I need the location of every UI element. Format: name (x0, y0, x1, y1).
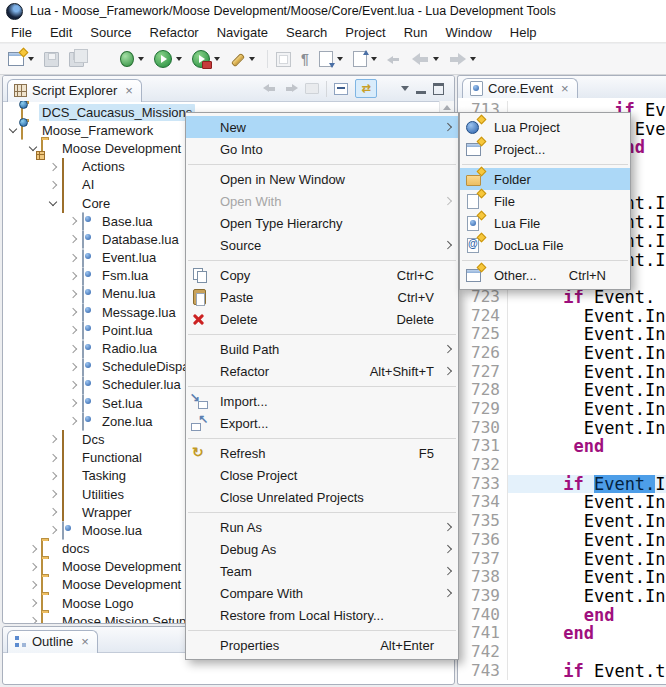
menu-item-export[interactable]: Export... (186, 412, 458, 434)
menu-item-close-project[interactable]: Close Project (186, 464, 458, 486)
menu-item-go-into[interactable]: Go Into (186, 138, 458, 160)
menu-item-restore-from-local-history[interactable]: Restore from Local History... (186, 604, 458, 626)
toggle-mark-occurrences-button[interactable] (276, 52, 291, 67)
chevron-collapsed-icon[interactable] (67, 395, 81, 411)
code-line[interactable]: 724 Event.Ini (458, 307, 666, 326)
code-line[interactable]: 728 Event.Ini (458, 381, 666, 400)
menu-help[interactable]: Help (501, 25, 546, 40)
code-line[interactable]: 729 Event.Ini (458, 400, 666, 419)
save-all-button[interactable] (69, 52, 84, 67)
dropdown-caret-icon[interactable] (214, 57, 220, 61)
menu-run[interactable]: Run (395, 25, 437, 40)
menu-item-new[interactable]: New (186, 116, 458, 138)
code-line[interactable]: 727 Event.Ini (458, 363, 666, 382)
code-line[interactable]: 737 Event.Ini (458, 550, 666, 569)
chevron-collapsed-icon[interactable] (47, 468, 61, 484)
chevron-collapsed-icon[interactable] (67, 341, 81, 357)
go-up-icon[interactable] (305, 83, 319, 94)
code-line[interactable]: 734 Event.Ini (458, 493, 666, 512)
dropdown-caret-icon[interactable] (433, 57, 439, 61)
code-line[interactable]: 740 end (458, 606, 666, 625)
menu-item-open-with[interactable]: Open With (186, 190, 458, 212)
chevron-collapsed-icon[interactable] (47, 177, 61, 193)
menu-item-build-path[interactable]: Build Path (186, 338, 458, 360)
code-line[interactable]: 742 (458, 643, 666, 662)
chevron-collapsed-icon[interactable] (67, 268, 81, 284)
code-line[interactable]: 738 Event.Ini (458, 568, 666, 587)
chevron-collapsed-icon[interactable] (27, 595, 41, 611)
chevron-collapsed-icon[interactable] (47, 450, 61, 466)
chevron-collapsed-icon[interactable] (67, 250, 81, 266)
dropdown-caret-icon[interactable] (337, 57, 343, 61)
chevron-collapsed-icon[interactable] (67, 213, 81, 229)
chevron-collapsed-icon[interactable] (67, 377, 81, 393)
code-line[interactable]: 735 Event.Ini (458, 512, 666, 531)
new-wizard-button[interactable] (8, 52, 34, 66)
chevron-collapsed-icon[interactable] (47, 159, 61, 175)
dropdown-caret-icon[interactable] (249, 57, 255, 61)
dropdown-caret-icon[interactable] (176, 57, 182, 61)
chevron-collapsed-icon[interactable] (47, 504, 61, 520)
menu-item-paste[interactable]: PasteCtrl+V (186, 286, 458, 308)
code-line[interactable]: 723 if Event. (458, 288, 666, 307)
menu-item-project[interactable]: Project... (460, 138, 630, 160)
link-with-editor-icon[interactable]: ⇄ (355, 79, 377, 98)
next-annotation-button[interactable] (319, 51, 343, 67)
menu-file[interactable]: File (2, 25, 41, 40)
tab-script-explorer[interactable]: Script Explorer × (7, 79, 142, 102)
chevron-collapsed-icon[interactable] (27, 613, 41, 623)
menu-project[interactable]: Project (336, 25, 394, 40)
menu-item-team[interactable]: Team (186, 560, 458, 582)
chevron-collapsed-icon[interactable] (27, 541, 41, 557)
code-line[interactable]: 741 end (458, 624, 666, 643)
menu-edit[interactable]: Edit (41, 25, 81, 40)
close-icon[interactable]: × (561, 83, 569, 95)
menu-item-other[interactable]: Other...Ctrl+N (460, 264, 630, 286)
chevron-expanded-icon[interactable] (47, 195, 61, 211)
menu-item-file[interactable]: File (460, 190, 630, 212)
chevron-collapsed-icon[interactable] (67, 286, 81, 302)
menu-item-delete[interactable]: DeleteDelete (186, 308, 458, 330)
last-edit-location-button[interactable] (387, 53, 402, 65)
menu-item-close-unrelated-projects[interactable]: Close Unrelated Projects (186, 486, 458, 508)
debug-button[interactable] (120, 51, 144, 67)
menu-window[interactable]: Window (437, 25, 501, 40)
dropdown-caret-icon[interactable] (470, 57, 476, 61)
menu-item-lua-file[interactable]: Lua File (460, 212, 630, 234)
dropdown-caret-icon[interactable] (371, 57, 377, 61)
minimize-icon[interactable] (416, 91, 426, 94)
chevron-collapsed-icon[interactable] (67, 413, 81, 429)
menu-item-debug-as[interactable]: Debug As (186, 538, 458, 560)
code-line[interactable]: 732 (458, 456, 666, 475)
code-line[interactable]: 736 Event.Ini (458, 531, 666, 550)
code-line[interactable]: 743 if Event.tar (458, 662, 666, 681)
forward-button[interactable] (449, 52, 476, 66)
menu-item-properties[interactable]: PropertiesAlt+Enter (186, 634, 458, 656)
previous-annotation-button[interactable] (353, 51, 377, 67)
chevron-collapsed-icon[interactable] (67, 231, 81, 247)
dropdown-caret-icon[interactable] (138, 57, 144, 61)
menu-item-lua-project[interactable]: Lua Project (460, 116, 630, 138)
code-line[interactable]: 730 Event.Ini (458, 419, 666, 438)
view-menu-icon[interactable] (401, 86, 409, 91)
close-icon[interactable]: × (125, 85, 133, 97)
menu-item-refactor[interactable]: RefactorAlt+Shift+T (186, 360, 458, 382)
menu-item-source[interactable]: Source (186, 234, 458, 256)
code-line[interactable]: 733 if Event.Ini (458, 475, 666, 494)
code-line[interactable]: 725 Event.Ini (458, 325, 666, 344)
chevron-collapsed-icon[interactable] (67, 304, 81, 320)
scroll-up-icon[interactable] (443, 105, 451, 110)
run-history-button[interactable] (192, 50, 220, 68)
view-back-icon[interactable] (263, 83, 277, 94)
run-button[interactable] (154, 50, 182, 68)
tab-outline[interactable]: Outline × (7, 630, 98, 653)
menu-item-compare-with[interactable]: Compare With (186, 582, 458, 604)
menu-item-open-type-hierarchy[interactable]: Open Type Hierarchy (186, 212, 458, 234)
menu-item-run-as[interactable]: Run As (186, 516, 458, 538)
menu-item-refresh[interactable]: RefreshF5 (186, 442, 458, 464)
chevron-collapsed-icon[interactable] (27, 559, 41, 575)
chevron-collapsed-icon[interactable] (67, 322, 81, 338)
back-button[interactable] (412, 52, 439, 66)
code-line[interactable]: 726 Event.Ini (458, 344, 666, 363)
menu-search[interactable]: Search (277, 25, 336, 40)
